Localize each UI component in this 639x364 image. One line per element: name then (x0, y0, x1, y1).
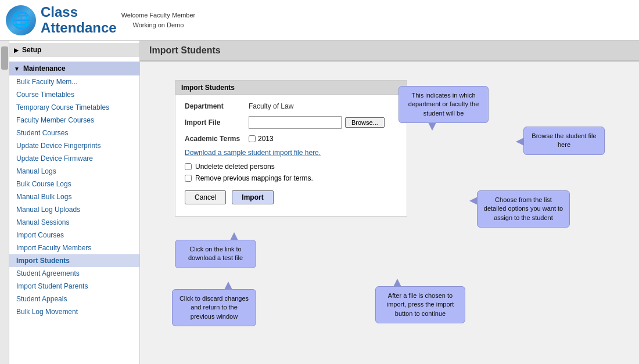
sidebar-item-update-device-firmware[interactable]: Update Device Firmware (9, 152, 139, 165)
download-link[interactable]: Download a sample student import file he… (185, 149, 397, 157)
header-subtitle-line1: Welcome Faculty Member (121, 10, 196, 20)
globe-icon: 🌐 (11, 10, 31, 30)
import-file-label: Import File (185, 118, 249, 127)
sidebar-item-manual-logs[interactable]: Manual Logs (9, 165, 139, 178)
cancel-callout: Click to discard changes and return to t… (172, 289, 256, 326)
sidebar-item-student-appeals[interactable]: Student Appeals (9, 293, 139, 305)
remove-mappings-label: Remove previous mappings for terms. (195, 174, 313, 182)
import-file-input[interactable] (249, 116, 342, 129)
sidebar-item-update-device-fingerprints[interactable]: Update Device Fingerprints (9, 139, 139, 152)
sidebar-item-manual-bulk-logs[interactable]: Manual Bulk Logs (9, 190, 139, 203)
browse-callout: Browse the student file here (523, 127, 605, 155)
academic-terms-value: 2013 (258, 135, 274, 143)
import-callout: After a file is chosen to import, press … (375, 286, 465, 323)
sidebar-item-bulk-faculty-members[interactable]: Bulk Faculty Mem... (9, 75, 139, 88)
sidebar-item-manual-sessions[interactable]: Manual Sessions (9, 216, 139, 229)
header-subtitle-line2: Working on Demo (121, 20, 196, 30)
undelete-label: Undelete deleted persons (195, 163, 275, 171)
import-students-form: Import Students Department Faculty of La… (175, 80, 407, 217)
department-label: Department (185, 102, 249, 110)
browse-button[interactable]: Browse... (345, 117, 385, 128)
sidebar-section-maintenance[interactable]: ▼ Maintenance (9, 62, 139, 75)
scrollbar[interactable] (0, 41, 9, 364)
download-callout: Click on the link to download a test fil… (175, 240, 256, 268)
scrollbar-thumb[interactable] (1, 46, 8, 70)
sidebar-item-student-courses[interactable]: Student Courses (9, 127, 139, 139)
setup-arrow-icon: ▶ (14, 47, 19, 53)
sidebar-item-bulk-course-logs[interactable]: Bulk Course Logs (9, 178, 139, 190)
academic-terms-label: Academic Terms (185, 135, 249, 143)
app-title-class: Class (41, 5, 117, 20)
maintenance-arrow-icon: ▼ (14, 66, 20, 72)
app-title-attendance: Attendance (41, 20, 117, 35)
sidebar-section-setup[interactable]: ▶ Setup (9, 43, 139, 57)
sidebar-item-import-student-parents[interactable]: Import Student Parents (9, 280, 139, 293)
remove-mappings-checkbox[interactable] (185, 175, 192, 182)
page-title: Import Students (140, 41, 639, 62)
department-value: Faculty of Law (249, 102, 293, 110)
logo: 🌐 (6, 5, 36, 35)
sidebar-item-student-agreements[interactable]: Student Agreements (9, 267, 139, 280)
sidebar-item-manual-log-uploads[interactable]: Manual Log Uploads (9, 203, 139, 216)
options-callout: Choose from the list detailed options yo… (477, 190, 570, 228)
undelete-checkbox[interactable] (185, 163, 192, 170)
sidebar-item-import-students[interactable]: Import Students (9, 254, 139, 267)
sidebar-item-bulk-log-movement[interactable]: Bulk Log Movement (9, 305, 139, 318)
sidebar: ▶ Setup ▼ Maintenance Bulk Faculty Mem..… (9, 41, 140, 364)
sidebar-item-import-faculty-members[interactable]: Import Faculty Members (9, 242, 139, 254)
import-button[interactable]: Import (232, 190, 273, 204)
sidebar-item-course-timetables[interactable]: Course Timetables (9, 88, 139, 101)
sidebar-item-faculty-member-courses[interactable]: Faculty Member Courses (9, 114, 139, 127)
academic-terms-checkbox[interactable] (249, 135, 256, 142)
sidebar-item-temporary-course-timetables[interactable]: Temporary Course Timetables (9, 101, 139, 114)
department-callout: This indicates in which department or fa… (399, 86, 489, 123)
header: 🌐 Class Attendance Welcome Faculty Membe… (0, 0, 639, 41)
setup-label: Setup (22, 46, 41, 54)
maintenance-label: Maintenance (23, 64, 66, 73)
main-content: Import Students Import Students Departme… (140, 41, 639, 364)
form-title: Import Students (175, 81, 407, 95)
cancel-button[interactable]: Cancel (185, 190, 226, 204)
sidebar-item-import-courses[interactable]: Import Courses (9, 229, 139, 242)
